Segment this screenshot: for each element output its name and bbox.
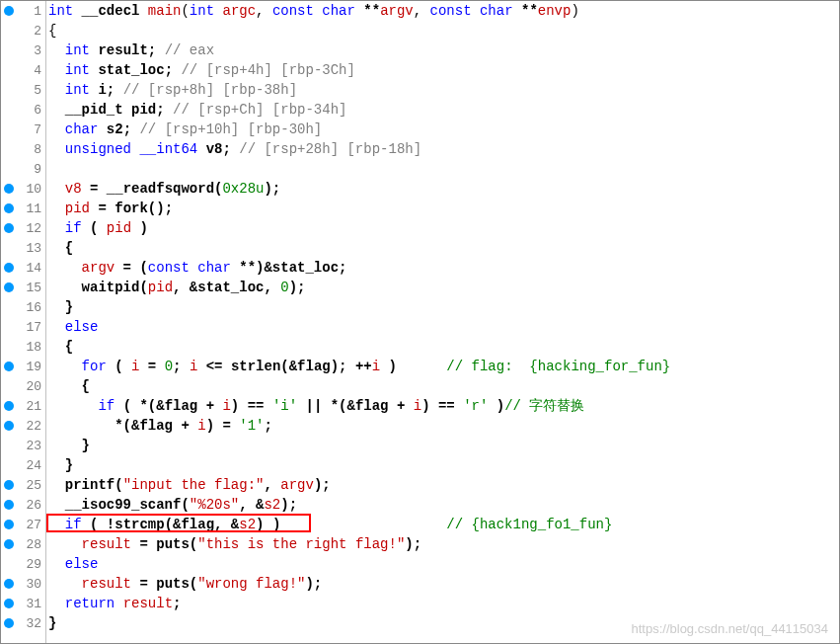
- breakpoint-marker[interactable]: [4, 6, 14, 16]
- code-line[interactable]: int __cdecl main(int argc, const char **…: [48, 1, 839, 21]
- gutter-line[interactable]: 31: [1, 594, 45, 613]
- breakpoint-marker[interactable]: [4, 223, 14, 233]
- gutter-line[interactable]: 1: [1, 1, 45, 21]
- code-line[interactable]: __pid_t pid; // [rsp+Ch] [rbp-34h]: [48, 100, 839, 120]
- gutter-line[interactable]: 8: [1, 139, 45, 159]
- code-line[interactable]: argv = (const char **)&stat_loc;: [48, 258, 839, 278]
- gutter-line[interactable]: 15: [1, 278, 45, 297]
- breakpoint-marker[interactable]: [4, 421, 14, 431]
- code-line[interactable]: {: [48, 238, 839, 258]
- gutter-line[interactable]: 32: [1, 613, 45, 633]
- code-token: = (: [115, 260, 148, 276]
- code-line[interactable]: {: [48, 21, 839, 40]
- code-token: [48, 319, 65, 335]
- gutter-line[interactable]: 24: [1, 455, 45, 475]
- code-line[interactable]: printf("input the flag:", argv);: [48, 475, 839, 495]
- gutter-line[interactable]: 12: [1, 218, 45, 238]
- code-token: envp: [538, 3, 572, 19]
- code-line[interactable]: [48, 159, 839, 179]
- code-line[interactable]: result = puts("wrong flag!");: [48, 574, 839, 594]
- breakpoint-marker[interactable]: [4, 263, 14, 273]
- line-number: 17: [26, 320, 41, 335]
- gutter-line[interactable]: 18: [1, 337, 45, 357]
- code-token: (: [82, 220, 107, 236]
- gutter-line[interactable]: 10: [1, 179, 45, 199]
- code-token: , &stat_loc,: [173, 280, 280, 295]
- gutter-line[interactable]: 3: [1, 40, 45, 60]
- code-line[interactable]: if ( !strcmp(&flag, &s2) ) // {hack1ng_f…: [48, 515, 839, 534]
- gutter-line[interactable]: 22: [1, 416, 45, 436]
- gutter-line[interactable]: 17: [1, 317, 45, 337]
- breakpoint-marker[interactable]: [4, 362, 14, 371]
- code-line[interactable]: int result; // eax: [48, 40, 839, 60]
- gutter-line[interactable]: 14: [1, 258, 45, 278]
- code-line[interactable]: else: [48, 317, 839, 337]
- code-token: = fork();: [90, 201, 173, 216]
- code-token: result: [82, 536, 131, 552]
- breakpoint-marker[interactable]: [4, 184, 14, 194]
- gutter-line[interactable]: 16: [1, 297, 45, 317]
- code-line[interactable]: }: [48, 436, 839, 455]
- code-token: // eax: [165, 42, 214, 58]
- gutter-line[interactable]: 2: [1, 21, 45, 40]
- line-number: 30: [26, 577, 41, 592]
- gutter-line[interactable]: 23: [1, 436, 45, 455]
- code-line[interactable]: else: [48, 554, 839, 574]
- code-line[interactable]: for ( i = 0; i <= strlen(&flag); ++i ) /…: [48, 357, 839, 376]
- gutter-line[interactable]: 26: [1, 495, 45, 515]
- code-line[interactable]: }: [48, 297, 839, 317]
- code-line[interactable]: *(&flag + i) = '1';: [48, 416, 839, 436]
- breakpoint-marker[interactable]: [4, 480, 14, 490]
- breakpoint-marker[interactable]: [4, 579, 14, 589]
- gutter-line[interactable]: 27: [1, 515, 45, 534]
- breakpoint-marker[interactable]: [4, 203, 14, 213]
- code-token: result: [82, 576, 131, 592]
- gutter-line[interactable]: 6: [1, 100, 45, 120]
- code-token: ,: [264, 477, 280, 493]
- gutter-line[interactable]: 28: [1, 534, 45, 554]
- code-line[interactable]: v8 = __readfsqword(0x28u);: [48, 179, 839, 199]
- line-number: 14: [26, 261, 41, 276]
- code-line[interactable]: char s2; // [rsp+10h] [rbp-30h]: [48, 120, 839, 139]
- breakpoint-marker[interactable]: [4, 401, 14, 411]
- gutter-line[interactable]: 29: [1, 554, 45, 574]
- code-line[interactable]: pid = fork();: [48, 199, 839, 218]
- code-line[interactable]: {: [48, 337, 839, 357]
- gutter-line[interactable]: 7: [1, 120, 45, 139]
- breakpoint-marker[interactable]: [4, 282, 14, 292]
- breakpoint-marker[interactable]: [4, 500, 14, 510]
- code-line[interactable]: }: [48, 455, 839, 475]
- code-editor[interactable]: 1234567891011121314151617181920212223242…: [0, 0, 840, 644]
- gutter-line[interactable]: 19: [1, 357, 45, 376]
- gutter-line[interactable]: 25: [1, 475, 45, 495]
- gutter-line[interactable]: 11: [1, 199, 45, 218]
- code-line[interactable]: return result;: [48, 594, 839, 613]
- code-line[interactable]: unsigned __int64 v8; // [rsp+28h] [rbp-1…: [48, 139, 839, 159]
- gutter-line[interactable]: 20: [1, 376, 45, 396]
- code-token: 0: [165, 359, 173, 374]
- gutter-line[interactable]: 21: [1, 396, 45, 416]
- gutter-line[interactable]: 30: [1, 574, 45, 594]
- code-line[interactable]: {: [48, 376, 839, 396]
- gutter-line[interactable]: 4: [1, 60, 45, 80]
- code-line[interactable]: int stat_loc; // [rsp+4h] [rbp-3Ch]: [48, 60, 839, 80]
- code-token: = __readfsqword(: [82, 181, 223, 197]
- code-line[interactable]: if ( *(&flag + i) == 'i' || *(&flag + i)…: [48, 396, 839, 416]
- code-token: "this is the right flag!": [197, 536, 405, 552]
- breakpoint-marker[interactable]: [4, 520, 14, 529]
- breakpoint-marker[interactable]: [4, 599, 14, 608]
- code-line[interactable]: waitpid(pid, &stat_loc, 0);: [48, 278, 839, 297]
- breakpoint-marker[interactable]: [4, 618, 14, 628]
- code-line[interactable]: __isoc99_scanf("%20s", &s2);: [48, 495, 839, 515]
- code-area[interactable]: int __cdecl main(int argc, const char **…: [46, 1, 839, 643]
- code-line[interactable]: if ( pid ): [48, 218, 839, 238]
- code-line[interactable]: int i; // [rsp+8h] [rbp-38h]: [48, 80, 839, 100]
- gutter-line[interactable]: 13: [1, 238, 45, 258]
- code-token: 0x28u: [222, 181, 264, 197]
- gutter-line[interactable]: 9: [1, 159, 45, 179]
- code-line[interactable]: result = puts("this is the right flag!")…: [48, 534, 839, 554]
- breakpoint-marker[interactable]: [4, 539, 14, 549]
- gutter-line[interactable]: 5: [1, 80, 45, 100]
- code-token: // [rsp+10h] [rbp-30h]: [139, 121, 322, 137]
- code-token: );: [264, 181, 280, 197]
